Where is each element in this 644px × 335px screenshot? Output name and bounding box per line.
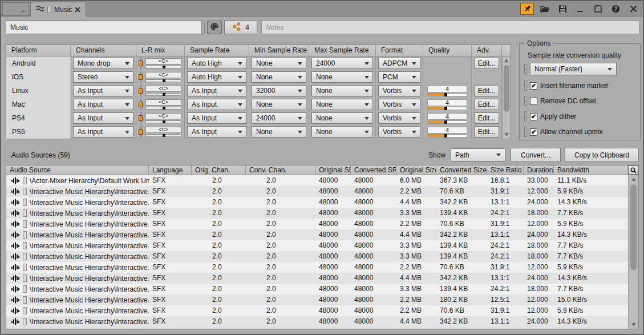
slider-handle[interactable] — [444, 134, 447, 138]
audio-source-row[interactable]: \Interactive Music Hierarchy\Interactive… — [6, 284, 628, 294]
quality-slider[interactable]: 4 — [427, 113, 467, 124]
lr-balance-slider[interactable] — [139, 57, 143, 70]
min-sample-rate-dropdown[interactable]: None — [252, 126, 306, 138]
audio-source-row[interactable]: \Interactive Music Hierarchy\Interactive… — [6, 305, 628, 316]
slider-track[interactable] — [145, 79, 181, 82]
save-icon[interactable] — [556, 3, 569, 15]
lr-mix-slider[interactable]: <C> — [145, 127, 181, 137]
min-sample-rate-dropdown[interactable]: None — [252, 99, 306, 110]
slider-track[interactable] — [145, 66, 181, 68]
slider-track[interactable] — [427, 120, 467, 124]
audio-source-row[interactable]: \Actor-Mixer Hierarchy\Default Work Uni.… — [6, 175, 628, 186]
notes-input[interactable]: Notes — [261, 21, 639, 34]
src-quality-dropdown[interactable]: Normal (Faster) — [530, 63, 617, 75]
checkbox-apply-dither[interactable]: ✔ — [530, 113, 537, 120]
column-header-audio-source[interactable]: Audio Source — [6, 166, 149, 175]
channels-dropdown[interactable]: Stereo — [73, 71, 133, 83]
forward-arrow-icon[interactable]: → — [18, 5, 26, 14]
shareset-usage-button[interactable]: 4 — [224, 21, 257, 34]
close-icon[interactable] — [626, 3, 640, 15]
column-header-duration[interactable]: Duration — [524, 166, 554, 175]
search-button[interactable] — [628, 166, 638, 175]
audio-source-row[interactable]: \Interactive Music Hierarchy\Interactive… — [6, 262, 628, 273]
quality-slider[interactable]: 4 — [427, 99, 467, 110]
edit-advanced-button[interactable]: Edit... — [474, 85, 499, 96]
audio-source-row[interactable]: \Interactive Music Hierarchy\Interactive… — [6, 273, 628, 284]
maximize-icon[interactable] — [591, 3, 605, 15]
edit-advanced-button[interactable]: Edit... — [474, 112, 499, 124]
scroll-down-icon[interactable] — [629, 321, 638, 329]
slider-track[interactable] — [427, 107, 467, 110]
format-dropdown[interactable]: Vorbis — [378, 85, 420, 96]
lr-mix-slider[interactable]: <C> — [145, 72, 181, 82]
column-header-bandwidth[interactable]: Bandwidth — [554, 166, 628, 175]
slider-handle[interactable] — [444, 93, 447, 96]
checkbox-allow-channel-upmix[interactable]: ✔ — [530, 128, 537, 136]
slider-handle[interactable] — [163, 93, 165, 96]
column-header-conv-chan[interactable]: Conv. Chan. — [246, 166, 315, 175]
checkbox-remove-dc-offset[interactable] — [530, 98, 537, 105]
min-sample-rate-dropdown[interactable]: 32000 — [252, 85, 306, 96]
tab-music[interactable]: Music — [30, 2, 86, 17]
min-sample-rate-dropdown[interactable]: None — [252, 58, 306, 69]
edit-advanced-button[interactable]: Edit... — [474, 99, 499, 110]
slider-handle[interactable] — [139, 129, 143, 135]
channels-dropdown[interactable]: As Input — [73, 112, 133, 124]
edit-advanced-button[interactable]: Edit... — [474, 126, 499, 138]
edit-advanced-button[interactable]: Edit... — [474, 58, 499, 69]
audio-sources-scrollbar[interactable] — [628, 175, 638, 329]
slider-handle[interactable] — [444, 120, 447, 124]
slider-track[interactable] — [145, 120, 181, 123]
column-header-original-sr[interactable]: Original SR — [315, 166, 351, 175]
format-dropdown[interactable]: PCM — [378, 71, 420, 83]
lr-balance-slider[interactable] — [139, 84, 143, 97]
sample-rate-dropdown[interactable]: Auto High — [187, 71, 246, 83]
audio-source-row[interactable]: \Interactive Music Hierarchy\Interactive… — [6, 208, 628, 219]
audio-source-row[interactable]: \Interactive Music Hierarchy\Interactive… — [6, 294, 628, 305]
slider-track[interactable] — [427, 93, 467, 96]
column-header-original-size[interactable]: Original Size — [396, 166, 436, 175]
sample-rate-dropdown[interactable]: As Input — [187, 85, 246, 96]
scroll-up-icon[interactable] — [629, 175, 638, 183]
convert-button[interactable]: Convert... — [511, 148, 561, 162]
pin-icon[interactable] — [520, 3, 534, 15]
help-icon[interactable]: ? — [609, 3, 622, 15]
lr-mix-slider[interactable]: <C> — [145, 99, 181, 110]
slider-handle[interactable] — [163, 66, 165, 68]
max-sample-rate-dropdown[interactable]: None — [311, 99, 373, 110]
lr-balance-slider[interactable] — [139, 71, 143, 83]
max-sample-rate-dropdown[interactable]: None — [311, 112, 373, 124]
slider-handle[interactable] — [139, 88, 143, 94]
column-header-language[interactable]: Language — [149, 166, 192, 175]
format-dropdown[interactable]: Vorbis — [378, 126, 420, 138]
channels-dropdown[interactable]: As Input — [73, 126, 133, 138]
slider-track[interactable] — [145, 93, 181, 96]
audio-source-row[interactable]: \Interactive Music Hierarchy\Interactive… — [6, 219, 628, 229]
name-input[interactable]: Music — [6, 21, 202, 34]
max-sample-rate-dropdown[interactable]: 24000 — [311, 58, 373, 69]
back-arrow-icon[interactable]: ← — [5, 5, 14, 14]
format-dropdown[interactable]: Vorbis — [378, 112, 420, 124]
audio-source-row[interactable]: \Interactive Music Hierarchy\Interactive… — [6, 316, 628, 327]
show-dropdown[interactable]: Path — [451, 148, 505, 162]
checkbox-insert-filename-marker[interactable]: ✔ — [530, 82, 537, 90]
slider-handle[interactable] — [163, 79, 165, 82]
minimize-icon[interactable] — [573, 3, 587, 15]
slider-handle[interactable] — [139, 102, 143, 107]
audio-source-row[interactable]: \Interactive Music Hierarchy\Interactive… — [6, 240, 628, 251]
quality-slider[interactable]: 4 — [427, 86, 467, 96]
scroll-up-icon[interactable] — [503, 56, 511, 64]
slider-handle[interactable] — [163, 107, 165, 110]
scroll-down-icon[interactable] — [503, 131, 511, 139]
slider-track[interactable] — [427, 134, 467, 138]
scrollbar-thumb[interactable] — [630, 184, 637, 270]
quality-slider[interactable]: 4 — [427, 127, 467, 138]
slider-handle[interactable] — [163, 134, 165, 137]
slider-handle[interactable] — [444, 107, 447, 110]
max-sample-rate-dropdown[interactable]: None — [311, 85, 373, 96]
lr-balance-slider[interactable] — [139, 126, 143, 138]
audio-source-row[interactable]: \Interactive Music Hierarchy\Interactive… — [6, 229, 628, 240]
column-header-orig-chan[interactable]: Orig. Chan. — [192, 166, 246, 175]
tab-close-icon[interactable] — [75, 7, 80, 13]
column-header-size-ratio[interactable]: Size Ratio — [487, 166, 524, 175]
